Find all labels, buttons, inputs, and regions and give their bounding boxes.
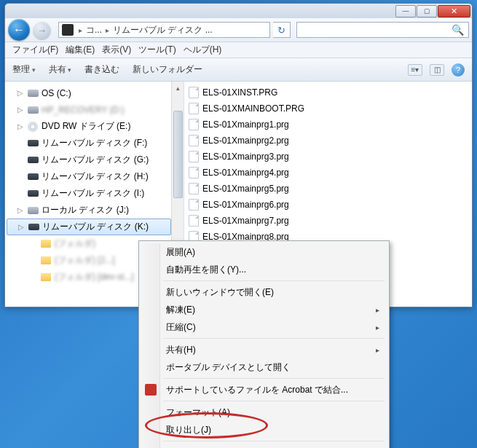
breadcrumb-seg[interactable]: リムーバブル ディスク ... (111, 24, 214, 36)
file-name: ELS-01Xmainprg5.prg (202, 184, 289, 194)
scroll-thumb[interactable] (173, 111, 183, 198)
file-item[interactable]: ELS-01XMAINBOOT.PRG (189, 101, 468, 117)
menu-file[interactable]: ファイル(F) (12, 44, 58, 56)
usb-icon (27, 171, 39, 183)
organize-button[interactable]: 整理 (12, 63, 36, 76)
menubar: ファイル(F) 編集(E) 表示(V) ツール(T) ヘルプ(H) (5, 42, 472, 58)
file-icon (189, 87, 199, 98)
ctx-item[interactable]: 新しいウィンドウで開く(E) (141, 283, 387, 301)
file-name: ELS-01XMAINBOOT.PRG (202, 103, 304, 114)
tree-label: HP_RECOVERY (D:) (42, 105, 125, 115)
newfolder-button[interactable]: 新しいフォルダー (133, 63, 202, 76)
folder-icon (40, 238, 52, 250)
file-item[interactable]: ELS-01Xmainprg5.prg (189, 181, 468, 197)
usb-icon (27, 138, 39, 149)
menu-tools[interactable]: ツール(T) (138, 44, 176, 56)
view-mode-icon[interactable]: ≡▾ (408, 64, 422, 76)
maximize-button[interactable]: ▢ (417, 5, 437, 17)
tree-item-drive[interactable]: ▷リムーバブル ディスク (K:) (7, 219, 171, 235)
expander-icon[interactable]: ▷ (17, 206, 24, 214)
tree-label: リムーバブル ディスク (G:) (42, 154, 149, 166)
ctx-item[interactable]: 自動再生を開く(Y)... (141, 261, 387, 278)
ctx-label: 自動再生を開く(Y)... (166, 264, 246, 276)
file-icon (189, 151, 199, 162)
ctx-item[interactable]: 共有(H) (141, 341, 387, 358)
tree-item-drive[interactable]: ▷OS (C:) (5, 85, 184, 101)
ctx-item[interactable]: 解凍(E) (141, 301, 387, 318)
tree-item-drive[interactable]: リムーバブル ディスク (H:) (5, 168, 184, 185)
scroll-up-icon[interactable]: ▴ (172, 82, 184, 94)
tree-label: リムーバブル ディスク (H:) (42, 170, 149, 183)
tree-label: OS (C:) (42, 88, 71, 98)
ctx-item[interactable]: 切り取り(T) (141, 444, 387, 448)
file-icon (189, 183, 199, 194)
file-item[interactable]: ELS-01XINST.PRG (189, 85, 468, 101)
tree-item-drive[interactable]: リムーバブル ディスク (F:) (5, 135, 184, 152)
hdd-icon (27, 205, 39, 216)
file-item[interactable]: ELS-01Xmainprg7.prg (189, 213, 468, 229)
ctx-label: 取り出し(J) (166, 424, 211, 436)
hdd-icon (27, 87, 39, 99)
tree-item-drive[interactable]: ▷DVD RW ドライブ (E:) (5, 118, 184, 135)
search-input[interactable]: 🔍 (296, 22, 469, 38)
address-bar[interactable]: ▸ コ... ▸ リムーバブル ディスク ... (58, 22, 270, 38)
file-icon (189, 215, 199, 227)
file-icon (189, 103, 199, 114)
breadcrumb-arrow: ▸ (76, 26, 84, 34)
ctx-label: サポートしているファイルを Acrobat で結合... (166, 384, 348, 396)
titlebar: — ▢ ✕ (5, 4, 472, 18)
back-button[interactable]: ← (8, 19, 30, 41)
file-icon (189, 135, 199, 146)
ctx-item[interactable]: ポータブル デバイスとして開く (141, 358, 387, 376)
close-button[interactable]: ✕ (438, 5, 470, 17)
menu-edit[interactable]: 編集(E) (66, 44, 95, 56)
file-item[interactable]: ELS-01Xmainprg1.prg (189, 117, 468, 133)
ctx-label: 解凍(E) (166, 304, 195, 316)
file-icon (189, 199, 199, 211)
expander-icon[interactable]: ▷ (17, 122, 24, 130)
tree-label: リムーバブル ディスク (K:) (42, 221, 149, 233)
ctx-separator (163, 280, 385, 281)
minimize-button[interactable]: — (395, 5, 416, 17)
menu-help[interactable]: ヘルプ(H) (184, 44, 222, 56)
file-name: ELS-01Xmainprg7.prg (202, 216, 289, 226)
tree-label: (フォルダ) [dev-st...] (55, 271, 134, 283)
file-name: ELS-01Xmainprg1.prg (202, 119, 289, 130)
dvd-icon (27, 121, 39, 133)
burn-button[interactable]: 書き込む (84, 63, 119, 76)
breadcrumb-seg[interactable]: コ... (84, 24, 103, 36)
file-item[interactable]: ELS-01Xmainprg2.prg (189, 133, 468, 149)
share-button[interactable]: 共有 (49, 63, 72, 76)
ctx-item[interactable]: 取り出し(J) (141, 421, 387, 439)
expander-icon[interactable]: ▷ (17, 223, 25, 231)
ctx-item[interactable]: フォーマット(A)... (141, 404, 387, 421)
tree-item-drive[interactable]: ▷ローカル ディスク (J:) (5, 202, 184, 219)
file-item[interactable]: ELS-01Xmainprg3.prg (189, 149, 468, 165)
ctx-item[interactable]: 圧縮(C) (141, 318, 387, 336)
tree-item-drive[interactable]: リムーバブル ディスク (I:) (5, 185, 184, 202)
file-item[interactable]: ELS-01Xmainprg6.prg (189, 197, 468, 213)
preview-pane-icon[interactable]: ◫ (430, 64, 444, 76)
file-item[interactable]: ELS-01Xmainprg4.prg (189, 165, 468, 181)
refresh-button[interactable]: ↻ (273, 22, 291, 38)
tree-label: (フォルダ) (55, 237, 95, 250)
ctx-label: 展開(A) (166, 246, 195, 259)
expander-icon[interactable]: ▷ (17, 106, 24, 114)
tree-label: リムーバブル ディスク (F:) (42, 137, 147, 149)
tree-item-drive[interactable]: リムーバブル ディスク (G:) (5, 152, 184, 168)
help-icon[interactable]: ? (452, 63, 465, 76)
ctx-label: 新しいウィンドウで開く(E) (166, 286, 274, 299)
tree-label: (フォルダ) [2...] (55, 254, 115, 267)
menu-view[interactable]: 表示(V) (102, 44, 131, 56)
expander-icon[interactable]: ▷ (17, 89, 24, 97)
forward-button[interactable]: → (33, 21, 51, 39)
ctx-item[interactable]: 展開(A) (141, 243, 387, 261)
ctx-label: ポータブル デバイスとして開く (166, 361, 291, 374)
usb-icon (27, 188, 39, 200)
toolbar: 整理 共有 書き込む 新しいフォルダー ≡▾ ◫ ? (5, 58, 472, 82)
ctx-item[interactable]: サポートしているファイルを Acrobat で結合... (141, 381, 387, 398)
folder-icon (40, 255, 52, 267)
usb-icon (27, 154, 39, 166)
hdd-icon (27, 104, 39, 116)
tree-item-drive[interactable]: ▷HP_RECOVERY (D:) (5, 101, 184, 118)
